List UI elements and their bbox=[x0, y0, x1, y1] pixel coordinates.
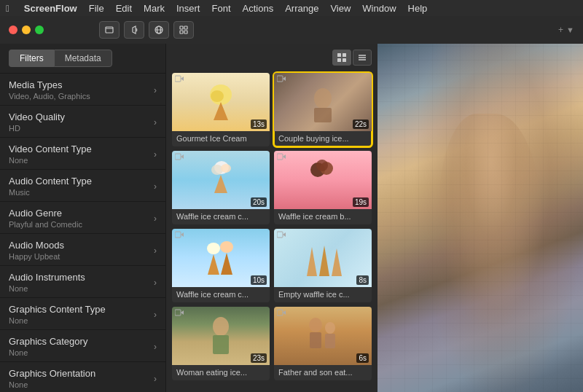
media-label-6: Empty waffle ice c... bbox=[274, 287, 372, 302]
filter-media-types[interactable]: Media Types Video, Audio, Graphics › bbox=[0, 74, 165, 106]
svg-marker-41 bbox=[181, 232, 184, 237]
svg-marker-46 bbox=[283, 232, 286, 237]
grid-icon[interactable] bbox=[173, 21, 194, 39]
menu-actions[interactable]: Actions bbox=[243, 3, 274, 14]
svg-rect-23 bbox=[277, 76, 283, 82]
media-item-8[interactable]: 6s Father and son eat... bbox=[274, 307, 372, 380]
app-name[interactable]: ScreenFlow bbox=[24, 3, 77, 14]
svg-point-38 bbox=[220, 241, 233, 253]
svg-marker-35 bbox=[283, 154, 286, 159]
svg-point-51 bbox=[309, 318, 322, 332]
chevron-right-icon: › bbox=[154, 278, 157, 288]
filter-graphics-category[interactable]: Graphics Category None › bbox=[0, 330, 165, 362]
menu-window[interactable]: Window bbox=[362, 3, 396, 14]
filter-graphics-orientation[interactable]: Graphics Orientation None › bbox=[0, 362, 165, 392]
media-label-1: Gourmet Ice Cream bbox=[172, 131, 270, 146]
minimize-button[interactable] bbox=[22, 26, 31, 34]
title-bar: + ▼ bbox=[0, 16, 583, 44]
svg-rect-8 bbox=[184, 31, 187, 34]
media-item-2[interactable]: 22s Couple buying ice... bbox=[274, 73, 372, 146]
svg-rect-55 bbox=[277, 310, 283, 315]
svg-rect-19 bbox=[175, 76, 181, 82]
filter-video-quality[interactable]: Video Quality HD › bbox=[0, 106, 165, 138]
duration-badge-7: 23s bbox=[251, 353, 267, 363]
svg-marker-50 bbox=[181, 310, 184, 315]
svg-point-17 bbox=[211, 90, 224, 102]
menu-bar:  ScreenFlow File Edit Mark Insert Font … bbox=[0, 0, 583, 16]
media-item-4[interactable]: 19s Waffle ice cream b... bbox=[274, 151, 372, 224]
chevron-right-icon: › bbox=[154, 310, 157, 320]
chevron-right-icon: › bbox=[154, 149, 157, 160]
filter-audio-instruments[interactable]: Audio Instruments None › bbox=[0, 266, 165, 298]
tab-filters[interactable]: Filters bbox=[9, 50, 54, 67]
close-button[interactable] bbox=[9, 26, 17, 34]
tab-metadata[interactable]: Metadata bbox=[54, 50, 112, 67]
svg-rect-9 bbox=[337, 53, 341, 57]
svg-rect-40 bbox=[175, 232, 181, 238]
svg-rect-29 bbox=[175, 154, 181, 160]
svg-marker-42 bbox=[307, 247, 317, 276]
media-grid: 13s Gourmet Ice Cream 22 bbox=[166, 44, 377, 392]
svg-rect-11 bbox=[337, 58, 341, 62]
preview-image bbox=[377, 44, 583, 392]
filter-audio-content-type[interactable]: Audio Content Type Music › bbox=[0, 170, 165, 202]
web-icon[interactable] bbox=[149, 21, 169, 39]
media-label-8: Father and son eat... bbox=[274, 365, 372, 380]
svg-point-47 bbox=[213, 317, 229, 336]
svg-rect-5 bbox=[180, 26, 183, 29]
sidebar: Filters Metadata Media Types Video, Audi… bbox=[0, 44, 166, 392]
video-icon-badge bbox=[175, 309, 184, 318]
media-library-icon[interactable] bbox=[99, 21, 120, 39]
svg-marker-44 bbox=[332, 248, 342, 276]
svg-rect-49 bbox=[175, 310, 181, 315]
menu-file[interactable]: File bbox=[89, 3, 104, 14]
svg-marker-39 bbox=[221, 253, 232, 275]
svg-point-27 bbox=[221, 164, 231, 173]
video-icon-badge bbox=[277, 75, 286, 84]
media-label-4: Waffle ice cream b... bbox=[274, 209, 372, 224]
menu-edit[interactable]: Edit bbox=[116, 3, 132, 14]
svg-marker-37 bbox=[208, 254, 219, 275]
traffic-lights bbox=[9, 26, 44, 34]
media-label-7: Woman eating ice... bbox=[172, 365, 270, 380]
svg-marker-43 bbox=[319, 246, 329, 276]
sidebar-tabs: Filters Metadata bbox=[0, 44, 165, 74]
menu-mark[interactable]: Mark bbox=[144, 3, 165, 14]
svg-rect-48 bbox=[213, 335, 229, 354]
filter-video-content-type[interactable]: Video Content Type None › bbox=[0, 138, 165, 170]
media-item-3[interactable]: 20s Waffle ice cream c... bbox=[172, 151, 270, 224]
media-item-5[interactable]: 10s Waffle ice cream c... bbox=[172, 229, 270, 302]
video-icon-badge bbox=[277, 231, 286, 240]
svg-point-21 bbox=[314, 88, 332, 109]
menu-help[interactable]: Help bbox=[408, 3, 428, 14]
maximize-button[interactable] bbox=[35, 26, 44, 34]
grid-view-button[interactable] bbox=[332, 50, 351, 66]
svg-rect-52 bbox=[310, 332, 321, 348]
media-item-7[interactable]: 23s Woman eating ice... bbox=[172, 307, 270, 380]
svg-rect-22 bbox=[314, 108, 332, 122]
menu-view[interactable]: View bbox=[330, 3, 351, 14]
list-view-button[interactable] bbox=[353, 50, 372, 66]
duration-badge-4: 19s bbox=[353, 197, 369, 207]
filter-audio-genre[interactable]: Audio Genre Playful and Comedic › bbox=[0, 202, 165, 234]
svg-point-36 bbox=[207, 243, 220, 254]
svg-rect-54 bbox=[325, 334, 335, 348]
media-item-1[interactable]: 13s Gourmet Ice Cream bbox=[172, 73, 270, 146]
menu-insert[interactable]: Insert bbox=[176, 3, 200, 14]
filter-audio-moods[interactable]: Audio Moods Happy Upbeat › bbox=[0, 234, 165, 266]
menu-arrange[interactable]: Arrange bbox=[285, 3, 318, 14]
svg-marker-18 bbox=[214, 102, 228, 120]
svg-marker-20 bbox=[181, 77, 184, 81]
svg-marker-28 bbox=[214, 175, 227, 193]
media-item-6[interactable]: 8s Empty waffle ice c... bbox=[274, 229, 372, 302]
duration-badge-2: 22s bbox=[353, 119, 369, 129]
chevron-right-icon: › bbox=[154, 181, 157, 192]
svg-rect-45 bbox=[277, 232, 283, 238]
filter-graphics-content-type[interactable]: Graphics Content Type None › bbox=[0, 298, 165, 330]
svg-rect-0 bbox=[106, 27, 113, 33]
audio-icon[interactable] bbox=[124, 21, 144, 39]
svg-marker-30 bbox=[181, 154, 184, 159]
main-content: Filters Metadata Media Types Video, Audi… bbox=[0, 44, 583, 392]
menu-font[interactable]: Font bbox=[211, 3, 230, 14]
duration-badge-8: 6s bbox=[356, 353, 369, 363]
